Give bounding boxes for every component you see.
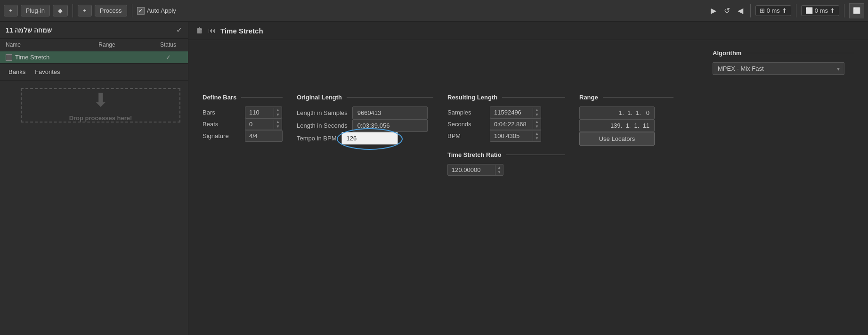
resulting-length-line xyxy=(502,97,565,98)
table-row[interactable]: Time Stretch ✓ xyxy=(0,51,188,64)
process-button[interactable]: Process xyxy=(95,5,127,16)
beats-label: Beats xyxy=(203,121,240,128)
time-spinner-1[interactable]: ⬆ xyxy=(782,7,787,14)
result-seconds-down[interactable]: ▼ xyxy=(533,124,541,129)
result-bpm-arrows: ▲ ▼ xyxy=(533,131,541,141)
result-seconds-arrows: ▲ ▼ xyxy=(533,120,541,129)
ratio-down[interactable]: ▼ xyxy=(495,170,503,175)
add-button[interactable]: + xyxy=(4,5,18,16)
orig-samples-row: Length in Samples xyxy=(297,106,433,119)
result-samples-label: Samples xyxy=(447,109,485,116)
algorithm-header-line xyxy=(746,53,854,53)
define-bars-line xyxy=(241,97,283,98)
time-value-2: 0 ms xyxy=(815,7,828,14)
favorites-tab[interactable]: Favorites xyxy=(32,67,63,76)
separator1 xyxy=(73,4,73,17)
range-header: Range xyxy=(579,94,673,101)
plugin-button[interactable]: Plug-in xyxy=(21,5,50,16)
range-value1-input[interactable] xyxy=(579,106,655,119)
time-icon: ⬜ xyxy=(805,7,813,14)
bpm-input[interactable] xyxy=(341,132,398,145)
toolbar: + Plug-in ◆ + Process ✓ Auto Apply ▶ ↺ ◀… xyxy=(0,0,868,22)
time-spinner-2[interactable]: ⬆ xyxy=(830,7,835,14)
result-seconds-up[interactable]: ▲ xyxy=(533,120,541,124)
auto-apply-checkbox[interactable]: ✓ xyxy=(137,7,145,15)
ratio-arrows: ▲ ▼ xyxy=(495,165,503,175)
play-button[interactable]: ▶ xyxy=(708,5,719,16)
bars-up[interactable]: ▲ xyxy=(274,108,282,113)
orig-seconds-row: Length in Seconds xyxy=(297,119,433,132)
separator3 xyxy=(750,4,751,17)
beats-input[interactable] xyxy=(245,119,274,130)
result-bpm-up[interactable]: ▲ xyxy=(533,131,541,136)
loop-button[interactable]: ↺ xyxy=(722,5,732,16)
bars-row: Bars ▲ ▼ xyxy=(203,106,283,118)
range-value2-row xyxy=(579,119,673,132)
ratio-row: ▲ ▼ xyxy=(447,164,565,176)
ratio-container: Time Stretch Ratio ▲ ▼ xyxy=(447,151,565,176)
result-samples-down[interactable]: ▼ xyxy=(533,113,541,117)
result-samples-input[interactable] xyxy=(490,107,533,118)
result-bpm-spinner: ▲ ▼ xyxy=(490,130,541,142)
bars-down[interactable]: ▼ xyxy=(274,113,282,117)
result-samples-up[interactable]: ▲ xyxy=(533,108,541,113)
range-label: Range xyxy=(579,94,598,101)
use-locators-button[interactable]: Use Locators xyxy=(579,132,655,146)
bars-spinner: ▲ ▼ xyxy=(245,106,282,118)
table-header: Name Range Status xyxy=(0,39,188,51)
range-value2-input[interactable] xyxy=(579,119,655,132)
define-bars-col: Define Bars Bars ▲ ▼ xyxy=(203,94,297,326)
auto-apply-label: Auto Apply xyxy=(147,7,176,14)
col-name-header: Name xyxy=(6,41,60,48)
define-bars-label: Define Bars xyxy=(203,94,236,101)
main-layout: שמחה שלמה 11 ✓ Name Range Status Time St… xyxy=(0,22,868,335)
ratio-up[interactable]: ▲ xyxy=(495,165,503,170)
plus-icon: + xyxy=(9,7,13,14)
ratio-input[interactable] xyxy=(448,164,495,175)
columns-layout: Define Bars Bars ▲ ▼ xyxy=(203,94,854,326)
define-bars-header: Define Bars xyxy=(203,94,283,101)
back-button[interactable]: ◀ xyxy=(735,5,746,16)
orig-seconds-input[interactable] xyxy=(352,119,428,132)
trash-button[interactable]: 🗑 xyxy=(196,26,203,35)
original-length-col: Original Length Length in Samples Length… xyxy=(297,94,447,326)
signature-input[interactable] xyxy=(245,130,283,142)
result-bpm-row: BPM ▲ ▼ xyxy=(447,130,565,142)
right-panel: 🗑 ⏮ Time Stretch Algorithm MPEX - Mix Fa… xyxy=(188,22,868,335)
result-seconds-input[interactable] xyxy=(490,119,533,130)
add2-button[interactable]: + xyxy=(78,5,92,16)
left-panel: שמחה שלמה 11 ✓ Name Range Status Time St… xyxy=(0,22,188,335)
time-box-1: ⊞ 0 ms ⬆ xyxy=(755,5,791,16)
skip-button[interactable]: ⏮ xyxy=(208,26,216,35)
orig-samples-input[interactable] xyxy=(352,106,428,119)
signature-row: Signature xyxy=(203,130,283,142)
ratio-spinner: ▲ ▼ xyxy=(447,164,503,176)
ratio-line xyxy=(506,155,565,155)
drop-arrow-icon: ⬇ xyxy=(93,89,109,111)
result-samples-spinner: ▲ ▼ xyxy=(490,106,541,118)
corner-button[interactable]: ⬜ xyxy=(849,3,864,18)
diamond-icon: ◆ xyxy=(58,7,63,14)
beats-down[interactable]: ▼ xyxy=(274,124,282,129)
drop-zone: ⬇ Drop processes here! xyxy=(21,88,180,123)
range-value1-row xyxy=(579,106,673,119)
algorithm-select-wrapper: MPEX - Mix Fast MPEX - Mix Standard Elas… xyxy=(713,62,844,75)
beats-up[interactable]: ▲ xyxy=(274,120,282,124)
resulting-length-col: Resulting Length Samples ▲ ▼ xyxy=(447,94,579,326)
process-label: Process xyxy=(100,7,122,14)
banks-tab[interactable]: Banks xyxy=(6,67,28,76)
plus2-icon: + xyxy=(83,7,87,14)
result-bpm-input[interactable] xyxy=(490,131,533,141)
ratio-label: Time Stretch Ratio xyxy=(447,151,502,158)
row-name: Time Stretch xyxy=(15,54,151,61)
diamond-button[interactable]: ◆ xyxy=(53,5,68,16)
result-bpm-down[interactable]: ▼ xyxy=(533,136,541,141)
time-box-2: ⬜ 0 ms ⬆ xyxy=(801,5,839,16)
algorithm-select[interactable]: MPEX - Mix Fast MPEX - Mix Standard Elas… xyxy=(713,62,844,75)
banks-favorites: Banks Favorites xyxy=(0,64,188,81)
bars-input[interactable] xyxy=(245,107,274,118)
orig-samples-label: Length in Samples xyxy=(297,109,348,116)
row-icon xyxy=(6,54,12,61)
panel-title: Time Stretch xyxy=(220,27,263,35)
separator4 xyxy=(796,4,796,17)
